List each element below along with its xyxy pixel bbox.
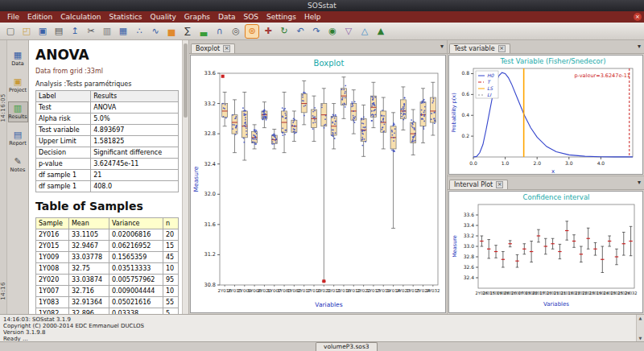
samples-table-row: 2Y01633.11050.0200681620	[36, 229, 179, 241]
svg-text:Confidence interval: Confidence interval	[523, 193, 590, 201]
export-icon[interactable]: ↥	[68, 24, 82, 39]
flask-icon[interactable]: ▽	[341, 24, 356, 39]
svg-text:2.0: 2.0	[533, 160, 541, 166]
panel-menu-icon[interactable]: ▾	[638, 43, 641, 50]
print-icon[interactable]: ▤	[52, 24, 66, 39]
scroll-up-icon[interactable]: ▲	[639, 316, 642, 320]
svg-text:H0: H0	[487, 72, 495, 78]
file-tab[interactable]: volumeP3.sos3	[316, 342, 378, 351]
histogram-icon[interactable]: ▃	[196, 24, 211, 39]
results-table-cell: Significant difference	[91, 147, 179, 159]
tab-label: Boxplot	[196, 45, 220, 52]
gear-icon[interactable]: ⊛	[245, 24, 259, 39]
sidebar-item-report[interactable]: ▤Report	[8, 128, 28, 149]
samples-table-cell: 32.75	[68, 263, 109, 275]
dock-tab-log-lower[interactable]: 14:16	[0, 282, 6, 300]
panel-menu-icon[interactable]: ▾	[638, 179, 641, 186]
new-file-icon[interactable]: ▢	[3, 24, 18, 39]
sidebar-item-data[interactable]: ▦Data	[8, 48, 28, 69]
bar-chart-icon[interactable]: ▅	[164, 24, 179, 39]
sidebar-item-results[interactable]: ▥Results	[8, 101, 28, 122]
svg-text:33.4: 33.4	[464, 222, 475, 228]
menu-file[interactable]: File	[3, 13, 23, 21]
results-table-cell: ANOVA	[91, 102, 179, 114]
pyramid-icon[interactable]: △	[357, 24, 372, 39]
refresh-icon[interactable]: ↻	[277, 24, 291, 39]
svg-text:30.8: 30.8	[204, 282, 216, 288]
undo-icon[interactable]: ↶	[293, 24, 308, 39]
tools-icon[interactable]: ✚	[261, 24, 275, 39]
results-table-row: p-value3.624745e-11	[36, 159, 179, 170]
open-folder-icon[interactable]: ◰	[19, 24, 34, 39]
close-tab-icon[interactable]: ×	[498, 45, 506, 52]
results-scrollbar[interactable]	[182, 40, 188, 314]
sidebar-item-label: Data	[11, 60, 24, 67]
samples-table-cell: 5	[163, 308, 178, 315]
page-title: ANOVA	[35, 47, 179, 63]
tab-boxplot[interactable]: Boxplot ×	[191, 43, 235, 53]
line-plot-icon[interactable]: ∿	[148, 24, 163, 39]
panel-menu-icon[interactable]: ▾	[440, 43, 444, 50]
status-bar: volumeP3.sos3	[0, 341, 644, 351]
scrollbar-thumb[interactable]	[184, 43, 188, 118]
log-line: Version 3.1.9.8	[3, 329, 634, 336]
menu-sos[interactable]: SOS	[240, 13, 263, 21]
close-tab-icon[interactable]: ×	[223, 45, 230, 52]
results-table-cell: Upper Limit	[36, 136, 91, 147]
distribution-icon[interactable]: ∩	[213, 24, 227, 39]
scatter-plot-icon[interactable]: ∴	[132, 24, 147, 39]
menu-help[interactable]: Help	[300, 13, 325, 21]
menu-quality[interactable]: Quality	[147, 13, 180, 21]
globe-icon[interactable]: ◉	[325, 24, 340, 39]
left-dock-strip: 14:16:05 14:16	[0, 40, 7, 314]
svg-text:32.8: 32.8	[464, 254, 475, 259]
menu-edition[interactable]: Edition	[23, 13, 56, 21]
results-table-row: df sample 121	[36, 170, 179, 181]
magnifier-icon[interactable]: ◎	[229, 24, 243, 39]
results-table-header-row: LabelResults	[36, 91, 179, 102]
results-table-cell: df sample 1	[36, 181, 91, 192]
dock-tab-log-upper[interactable]: 14:16:05	[0, 93, 6, 122]
menu-graphs[interactable]: Graphs	[180, 13, 214, 21]
svg-text:LS: LS	[487, 85, 493, 91]
menu-data[interactable]: Data	[214, 13, 240, 21]
close-window-icon[interactable]: ×	[634, 13, 642, 21]
log-line: 14:16:03: SOSstat 3.1.9	[3, 316, 634, 323]
data-grid-icon[interactable]: ▦	[116, 24, 130, 39]
sigma-icon[interactable]: ∑	[180, 24, 195, 39]
menu-settings[interactable]: Settings	[262, 13, 300, 21]
menu-calculation[interactable]: Calculation	[56, 13, 105, 21]
title-bar[interactable]: SOSstat	[0, 0, 644, 11]
test-variable-panel: Test variable × ▾ Test Variable (Fisher/…	[448, 40, 644, 176]
samples-table-cell: 33.03874	[68, 275, 109, 286]
results-table-row: DecisionSignificant difference	[36, 147, 179, 159]
tab-interval-plot[interactable]: Interval Plot ×	[449, 180, 508, 189]
copy-icon[interactable]: ▥	[100, 24, 114, 39]
interval-chart-area: Confidence interval32.432.632.833.033.23…	[448, 191, 643, 313]
tab-test-variable[interactable]: Test variable ×	[449, 43, 510, 53]
svg-text:33.2: 33.2	[464, 233, 475, 238]
cut-icon[interactable]: ✂	[84, 24, 98, 39]
results-table-cell: Decision	[36, 147, 91, 159]
sidebar-item-project[interactable]: ▣Project	[8, 75, 28, 96]
log-panel: 14:16:03: SOSstat 3.1.9Copyright (C) 200…	[0, 314, 644, 341]
scroll-down-icon[interactable]: ▼	[639, 336, 642, 341]
samples-table-header-cell: Sample	[36, 218, 69, 229]
samples-table-row: 1Y08232.8960.033385	[36, 308, 179, 315]
log-scrollbar[interactable]: ▲ ▼	[636, 315, 644, 341]
menu-statistics[interactable]: Statistics	[105, 13, 146, 21]
svg-text:1.0: 1.0	[502, 160, 510, 166]
svg-text:0.2: 0.2	[461, 133, 469, 138]
svg-text:0.4: 0.4	[461, 112, 469, 118]
log-line: Copyright (C) 2000-2014 EDC Emmanuel DUC…	[3, 323, 634, 329]
svg-text:Probability p(x): Probability p(x)	[451, 93, 457, 132]
menu-bar: FileEditionCalculationStatisticsQualityG…	[0, 11, 644, 23]
green-chart-icon[interactable]: ▲	[374, 24, 388, 39]
sidebar-item-notes[interactable]: ✎Notes	[8, 155, 28, 176]
main-area: 14:16:05 14:16 ▦Data▣Project▥Results▤Rep…	[0, 40, 644, 314]
redo-icon[interactable]: ↷	[309, 24, 324, 39]
close-tab-icon[interactable]: ×	[496, 181, 503, 188]
svg-text:2Y032: 2Y032	[426, 288, 440, 293]
svg-text:33.2: 33.2	[204, 101, 216, 107]
save-icon[interactable]: ▣	[35, 24, 50, 39]
